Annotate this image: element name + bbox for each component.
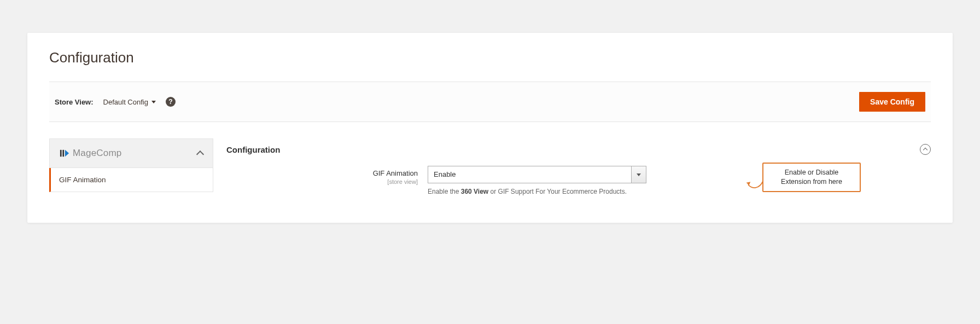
svg-rect-1 (62, 150, 64, 157)
main-section: Configuration GIF Animation [store view]… (226, 138, 931, 195)
section-collapse-button[interactable] (920, 144, 931, 155)
section-title: Configuration (226, 145, 280, 154)
magecomp-logo-icon (60, 148, 69, 158)
content-row: MageComp GIF Animation Configuration GIF… (49, 138, 931, 195)
field-gif-animation: GIF Animation [store view] Enable Enable… (336, 166, 931, 195)
brand-wrap: MageComp (60, 148, 121, 159)
sidebar-group-magecomp[interactable]: MageComp (49, 138, 213, 168)
save-config-button[interactable]: Save Config (859, 92, 925, 112)
store-view-value: Default Config (103, 98, 148, 106)
select-dropdown-button[interactable] (631, 166, 646, 183)
note-prefix: Enable the (428, 188, 461, 195)
config-panel: Configuration Store View: Default Config… (27, 33, 953, 223)
callout-arrow-icon (745, 179, 765, 192)
svg-rect-0 (60, 150, 62, 157)
chevron-up-icon (196, 151, 204, 158)
field-scope: [store view] (387, 178, 418, 185)
toolbar: Store View: Default Config ? Save Config (49, 82, 931, 122)
chevron-up-icon (923, 148, 928, 152)
store-view-switcher: Store View: Default Config ? (55, 97, 176, 107)
help-icon[interactable]: ? (166, 97, 176, 107)
sidebar-group-label: MageComp (73, 148, 121, 159)
page-title: Configuration (49, 49, 931, 66)
caret-down-icon (151, 101, 156, 103)
callout-tooltip: Enable or Disable Extension from here (762, 163, 861, 192)
caret-down-icon (637, 173, 641, 176)
field-input-col: Enable Enable the 360 View or GIF Suppor… (428, 166, 646, 195)
gif-animation-select[interactable]: Enable (428, 166, 646, 183)
sidebar-item-label: GIF Animation (59, 176, 106, 184)
section-head: Configuration (226, 138, 931, 166)
field-note: Enable the 360 View or GIF Support For Y… (428, 188, 646, 195)
note-suffix: or GIF Support For Your Ecommerce Produc… (488, 188, 627, 195)
sidebar-item-gif-animation[interactable]: GIF Animation (49, 168, 213, 192)
field-label-col: GIF Animation [store view] (336, 166, 418, 186)
note-strong: 360 View (461, 188, 488, 195)
field-label: GIF Animation (336, 169, 418, 177)
store-view-select[interactable]: Default Config (103, 98, 156, 106)
sidebar: MageComp GIF Animation (49, 138, 213, 192)
callout-line2: Extension from here (781, 178, 842, 186)
select-value: Enable (428, 166, 631, 183)
store-view-label: Store View: (55, 98, 94, 106)
callout-line1: Enable or Disable (785, 169, 839, 176)
